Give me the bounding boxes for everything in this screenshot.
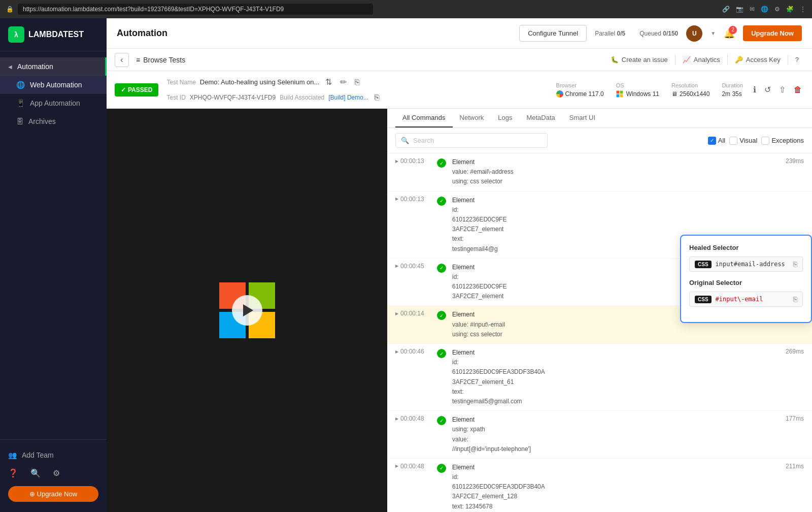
list-icon: ≡ xyxy=(136,56,140,64)
copy-healed-icon[interactable]: ⎘ xyxy=(793,260,797,268)
link-icon[interactable]: 🔗 xyxy=(722,6,730,13)
sidebar-item-label: Add Team xyxy=(22,451,54,459)
divider xyxy=(788,55,788,65)
help-icon[interactable]: ❓ xyxy=(8,468,18,478)
test-name-value: Demo: Auto-healing using Selenium on... xyxy=(200,78,320,86)
sidebar-item-web-automation[interactable]: 🌐 Web Automation xyxy=(0,76,107,94)
browse-tests-link[interactable]: ≡ Browse Tests xyxy=(131,53,190,67)
search-icon[interactable]: 🔍 xyxy=(30,468,41,478)
status-icon-pass: ✓ xyxy=(437,264,446,273)
browser-bar: 🔒 https://automation.lambdatest.com/test… xyxy=(0,0,812,18)
sidebar-section-main: ◀ Automation 🌐 Web Automation 📱 App Auto… xyxy=(0,51,107,137)
notification-badge: 2 xyxy=(729,26,737,34)
sidebar-item-archives[interactable]: 🗄 Archives xyxy=(0,112,107,131)
play-button[interactable] xyxy=(232,295,262,326)
sidebar-item-automation[interactable]: ◀ Automation xyxy=(0,57,107,76)
os-meta: OS Windows 11 xyxy=(616,82,659,98)
edit-icon[interactable]: ✏ xyxy=(338,75,349,89)
globe-icon[interactable]: 🌐 xyxy=(761,6,768,13)
command-time: ▶ 00:00:48 xyxy=(395,415,431,422)
tab-smart-ui[interactable]: Smart UI xyxy=(562,109,602,127)
build-label: Build Associated xyxy=(280,94,324,101)
command-time: ▶ 00:00:13 xyxy=(395,196,431,203)
tab-network[interactable]: Network xyxy=(453,109,491,127)
sidebar-item-app-automation[interactable]: 📱 App Automation xyxy=(0,94,107,112)
original-selector-value: #input\-email xyxy=(716,296,789,303)
url-bar[interactable]: https://automation.lambdatest.com/test?b… xyxy=(18,4,373,15)
test-id-value: XPHQO-WVFQF-J43T4-V1FD9 xyxy=(190,94,276,101)
copy-icon[interactable]: ⎘ xyxy=(353,76,362,89)
info-button[interactable]: ℹ xyxy=(751,83,758,97)
gear-icon[interactable]: ⚙ xyxy=(53,468,60,478)
configure-tunnel-button[interactable]: Configure Tunnel xyxy=(519,25,587,42)
play-icon: ▶ xyxy=(395,311,398,316)
command-duration: 177ms xyxy=(779,415,804,422)
video-panel xyxy=(107,109,387,512)
sidebar: λ LAMBDATEST ◀ Automation 🌐 Web Automati… xyxy=(0,18,107,512)
access-key-button[interactable]: 🔑 Access Key xyxy=(730,53,786,67)
command-row: ▶ 00:00:48 ✓ Element using: xpath value:… xyxy=(387,411,812,459)
mail-icon[interactable]: ✉ xyxy=(750,6,755,13)
command-time: ▶ 00:00:48 xyxy=(395,463,431,470)
healed-selector-popup: Healed Selector CSS input#email-address … xyxy=(680,235,812,323)
svg-rect-0 xyxy=(616,90,619,93)
notification-button[interactable]: 🔔 2 xyxy=(724,28,735,39)
checkbox-exceptions xyxy=(761,137,769,145)
status-icon-pass: ✓ xyxy=(437,158,446,168)
app-icon: 📱 xyxy=(16,99,25,107)
sort-icon[interactable]: ⇅ xyxy=(323,75,334,89)
sub-nav: ‹ ≡ Browse Tests 🐛 Create an issue 📈 Ana… xyxy=(107,49,812,71)
upgrade-now-sidebar-button[interactable]: ⊕ Upgrade Now xyxy=(8,486,98,502)
command-row: ▶ 00:00:48 ✓ Element id: 61012236ED0C9FE… xyxy=(387,459,812,512)
browse-tests-label: Browse Tests xyxy=(143,56,185,64)
test-id-label: Test ID xyxy=(166,94,185,101)
tab-metadata[interactable]: MetaData xyxy=(519,109,562,127)
sidebar-item-add-team[interactable]: 👥 Add Team xyxy=(0,446,107,464)
extensions-icon[interactable]: 🧩 xyxy=(786,6,794,13)
status-icon-pass: ✓ xyxy=(437,416,446,425)
chevron-down-icon[interactable]: ▼ xyxy=(710,30,716,36)
camera-icon[interactable]: 📷 xyxy=(736,6,743,13)
filter-all[interactable]: ✓ All xyxy=(708,137,725,145)
upgrade-now-top-button[interactable]: Upgrade Now xyxy=(743,25,802,41)
duration-meta: Duration 2m 35s xyxy=(722,82,743,98)
menu-icon[interactable]: ⋮ xyxy=(800,6,806,13)
chevron-down-icon: ◀ xyxy=(8,64,12,70)
refresh-button[interactable]: ↺ xyxy=(762,83,773,97)
test-meta: Browser Chrome 117.0 OS xyxy=(556,82,743,98)
sidebar-logo: λ LAMBDATEST xyxy=(0,18,107,51)
main-content: Automation Configure Tunnel Parallel 0/5… xyxy=(107,18,812,512)
play-icon: ▶ xyxy=(395,464,398,468)
browser-value: Chrome 117.0 xyxy=(556,90,604,98)
duration-value: 2m 35s xyxy=(722,90,743,98)
browser-bar-icons: 🔗 📷 ✉ 🌐 ⚙ 🧩 ⋮ xyxy=(722,6,806,13)
healed-selector-title: Healed Selector xyxy=(689,244,803,251)
build-value: [Build] Demo... xyxy=(328,94,368,101)
create-issue-button[interactable]: 🐛 Create an issue xyxy=(605,53,673,67)
delete-button[interactable]: 🗑 xyxy=(792,83,804,97)
help-button[interactable]: ? xyxy=(790,53,804,67)
search-input-container[interactable]: 🔍 Search xyxy=(395,133,548,148)
filter-visual[interactable]: Visual xyxy=(729,137,757,145)
analytics-button[interactable]: 📈 Analytics xyxy=(678,53,725,67)
add-team-icon: 👥 xyxy=(8,451,17,459)
status-icon-pass: ✓ xyxy=(437,197,446,206)
tab-all-commands[interactable]: All Commands xyxy=(395,109,453,127)
healed-css-badge: CSS xyxy=(695,261,712,268)
logo-text: LAMBDATEST xyxy=(28,30,84,39)
copy-original-icon[interactable]: ⎘ xyxy=(793,295,797,303)
browser-meta: Browser Chrome 117.0 xyxy=(556,82,604,98)
question-icon: ? xyxy=(795,56,799,63)
bug-icon: 🐛 xyxy=(611,56,619,63)
video-placeholder xyxy=(217,280,278,341)
test-id-row: Test ID XPHQO-WVFQF-J43T4-V1FD9 Build As… xyxy=(166,91,548,104)
copy-build-icon[interactable]: ⎘ xyxy=(373,91,382,104)
command-details: Element id: 61012236ED0C9FEA3DDF3B40A 3A… xyxy=(452,348,772,406)
test-details-bar: ✓ PASSED Test Name Demo: Auto-healing us… xyxy=(107,71,812,109)
back-button[interactable]: ‹ xyxy=(115,53,129,67)
tab-logs[interactable]: Logs xyxy=(491,109,519,127)
filter-exceptions[interactable]: Exceptions xyxy=(761,137,804,145)
settings-icon[interactable]: ⚙ xyxy=(774,6,780,13)
share-button[interactable]: ⇧ xyxy=(777,83,788,97)
play-icon: ▶ xyxy=(395,349,398,354)
